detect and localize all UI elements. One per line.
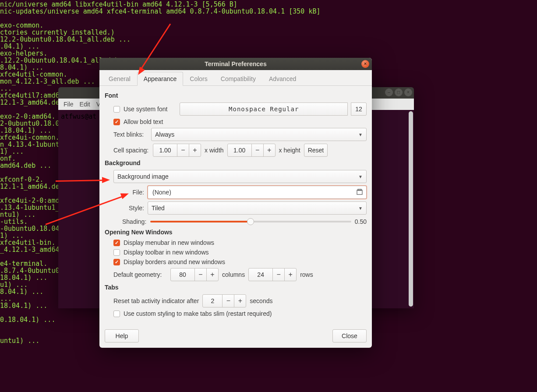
style-dropdown[interactable]: Tiled ▼	[148, 201, 367, 215]
slider-thumb[interactable]	[247, 218, 254, 225]
minimize-icon[interactable]: –	[385, 88, 393, 96]
reset-button[interactable]: Reset	[304, 144, 328, 157]
display-menubar-checkbox[interactable]: ✓	[113, 240, 120, 246]
cell-width-minus[interactable]: −	[177, 144, 189, 157]
rows-input[interactable]: 24	[248, 268, 273, 281]
display-borders-label: Display borders around new windows	[124, 258, 225, 265]
columns-minus[interactable]: −	[194, 268, 207, 281]
section-background: Background	[105, 159, 367, 166]
background-mode-dropdown[interactable]: Background image ▼	[113, 170, 367, 183]
section-tabs: Tabs	[105, 284, 367, 291]
default-geometry-label: Default geometry:	[113, 271, 167, 278]
cell-width-input[interactable]: 1.00	[153, 144, 177, 157]
prompt-user: atfwus	[61, 113, 85, 120]
custom-styling-checkbox[interactable]	[113, 311, 120, 317]
allow-bold-checkbox[interactable]: ✓	[113, 119, 120, 125]
close-icon[interactable]: ×	[361, 60, 369, 68]
chevron-down-icon: ▼	[358, 174, 363, 179]
cell-spacing-label: Cell spacing:	[113, 147, 149, 154]
shading-slider[interactable]	[150, 217, 351, 226]
tab-bar: General Appearance Colors Compatibility …	[99, 70, 372, 86]
use-system-font-checkbox[interactable]	[113, 106, 120, 113]
custom-styling-label: Use custom styling to make tabs slim (re…	[124, 310, 272, 317]
text-blinks-label: Text blinks:	[113, 131, 148, 138]
display-menubar-label: Display menubar in new windows	[124, 239, 214, 246]
tab-appearance[interactable]: Appearance	[137, 72, 184, 86]
cell-width-plus[interactable]: +	[189, 144, 201, 157]
file-browse-icon[interactable]	[355, 187, 364, 197]
chevron-down-icon: ▼	[358, 132, 363, 137]
reset-seconds-minus[interactable]: −	[222, 294, 234, 307]
file-label: File:	[122, 189, 144, 196]
preferences-dialog: Terminal Preferences × General Appearanc…	[99, 58, 372, 348]
display-toolbar-checkbox[interactable]	[113, 249, 120, 256]
shading-value: 0.50	[355, 218, 367, 225]
columns-plus[interactable]: +	[206, 268, 219, 281]
font-picker-button[interactable]: Monospace Regular	[180, 102, 348, 116]
style-label: Style:	[122, 205, 144, 212]
tab-compatibility[interactable]: Compatibility	[214, 72, 262, 86]
font-size-button[interactable]: 12	[351, 102, 367, 116]
reset-seconds-plus[interactable]: +	[234, 294, 246, 307]
menu-edit[interactable]: Edit	[77, 101, 93, 108]
reset-seconds-input[interactable]: 2	[202, 294, 223, 307]
menu-file[interactable]: File	[61, 101, 76, 108]
reset-activity-label-before: Reset tab activity indicator after	[113, 297, 199, 304]
dialog-titlebar[interactable]: Terminal Preferences ×	[99, 58, 372, 70]
rows-suffix: rows	[300, 271, 313, 278]
display-borders-checkbox[interactable]: ✓	[113, 259, 120, 265]
section-opening-windows: Opening New Windows	[105, 229, 367, 236]
close-icon[interactable]: ×	[404, 88, 412, 96]
cell-height-input[interactable]: 1.00	[227, 144, 252, 157]
tab-general[interactable]: General	[102, 72, 137, 86]
use-system-font-label: Use system font	[124, 106, 167, 113]
tab-advanced[interactable]: Advanced	[262, 72, 303, 86]
help-button[interactable]: Help	[105, 329, 139, 343]
rows-minus[interactable]: −	[272, 268, 285, 281]
file-input[interactable]: (None)	[148, 186, 367, 199]
tab-colors[interactable]: Colors	[183, 72, 214, 86]
columns-suffix: columns	[222, 271, 245, 278]
maximize-icon[interactable]: □	[395, 88, 403, 96]
section-font: Font	[105, 92, 367, 99]
cell-height-minus[interactable]: −	[251, 144, 264, 157]
rows-plus[interactable]: +	[284, 268, 297, 281]
cell-height-plus[interactable]: +	[263, 144, 276, 157]
shading-label: Shading:	[122, 218, 147, 225]
cell-width-suffix: x width	[205, 147, 224, 154]
allow-bold-label: Allow bold text	[124, 118, 163, 125]
text-blinks-dropdown[interactable]: Always ▼	[151, 128, 367, 141]
close-button[interactable]: Close	[332, 329, 367, 343]
dialog-title: Terminal Preferences	[205, 60, 266, 67]
columns-input[interactable]: 80	[170, 268, 195, 281]
file-value: (None)	[152, 189, 171, 196]
scrollbar[interactable]	[409, 111, 413, 307]
display-toolbar-label: Display toolbar in new windows	[124, 249, 209, 256]
cell-height-suffix: x height	[279, 147, 300, 154]
chevron-down-icon: ▼	[358, 206, 363, 211]
reset-activity-label-after: seconds	[250, 297, 272, 304]
